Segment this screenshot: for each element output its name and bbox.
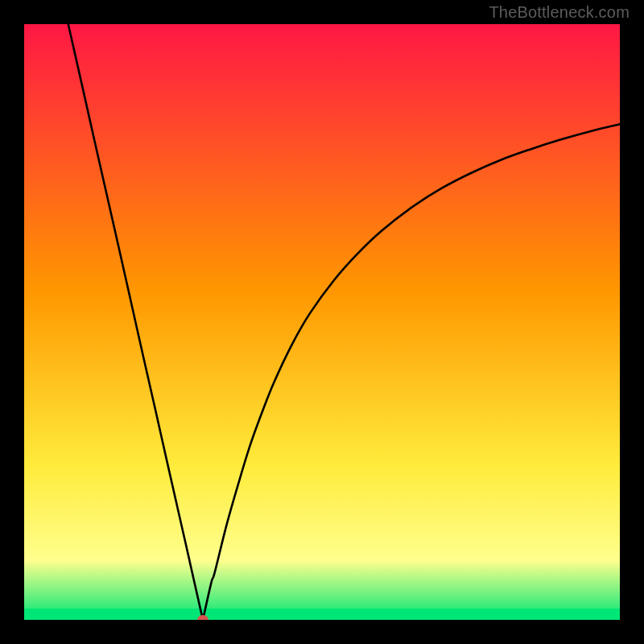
chart-container: TheBottleneck.com (0, 0, 644, 644)
bottleneck-chart (0, 0, 644, 644)
frame-right (620, 0, 644, 644)
watermark-text: TheBottleneck.com (489, 3, 630, 22)
plot-background (24, 24, 620, 620)
bottom-green-band (24, 609, 620, 620)
frame-bottom (0, 620, 644, 644)
frame-left (0, 0, 24, 644)
